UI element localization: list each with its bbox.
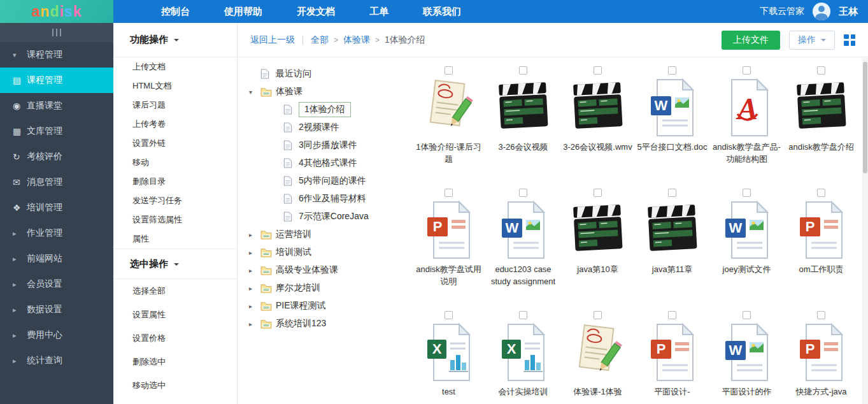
view-toggle-icon[interactable] <box>844 34 855 46</box>
tree-node[interactable]: 最近访问 <box>249 65 402 83</box>
selection-op-item[interactable]: 设置属性 <box>113 303 237 326</box>
tree-node[interactable]: ▸ 高级专业体验课 <box>249 261 402 279</box>
breadcrumb-item[interactable]: >1体验介绍 <box>370 34 425 45</box>
download-cloud-link[interactable]: 下载云管家 <box>760 6 804 17</box>
sidebar-item[interactable]: ↻ 考核评价 <box>0 144 113 170</box>
file-card[interactable]: P om工作职责 <box>784 184 858 302</box>
selection-ops-header[interactable]: 选中操作 <box>113 249 237 279</box>
tree-node[interactable]: ▾ 体验课 <box>249 83 402 101</box>
function-op-item[interactable]: 上传考卷 <box>113 115 237 134</box>
function-op-item[interactable]: 课后习题 <box>113 96 237 115</box>
file-checkbox[interactable] <box>594 66 602 75</box>
file-checkbox[interactable] <box>594 189 602 197</box>
sidebar-item[interactable]: ▸ 作业管理 <box>0 220 113 246</box>
file-card[interactable]: P 平面设计- <box>635 306 709 404</box>
top-menu-item[interactable]: 工单 <box>352 0 406 23</box>
tree-node[interactable]: ▸ 系统培训123 <box>249 315 402 333</box>
file-checkbox[interactable] <box>594 311 602 319</box>
username[interactable]: 王林 <box>839 6 858 18</box>
action-dropdown[interactable]: 操作 <box>789 31 835 50</box>
tree-node[interactable]: ▸ PIE课程测试 <box>249 297 402 315</box>
function-ops-header[interactable]: 功能操作 <box>113 23 237 57</box>
tree-node[interactable]: ▸ 培训测试 <box>249 243 402 261</box>
file-card[interactable]: 体验课-1体验 <box>560 306 635 404</box>
top-menu-item[interactable]: 控制台 <box>144 0 207 23</box>
file-card[interactable]: W educ1203 case study assignment <box>486 184 560 302</box>
function-op-item[interactable]: 上传文档 <box>113 57 237 76</box>
file-card[interactable]: W 5平台接口文档.doc <box>635 61 709 180</box>
top-menu-item[interactable]: 开发文档 <box>280 0 352 23</box>
file-card[interactable]: P 快捷方式-java <box>784 306 858 404</box>
function-op-item[interactable]: 设置筛选属性 <box>113 210 237 229</box>
tree-node[interactable]: 5内带问题的课件 <box>249 172 402 190</box>
file-checkbox[interactable] <box>519 66 527 75</box>
tree-node[interactable]: 4其他格式课件 <box>249 154 402 172</box>
file-card[interactable]: P andisk教学盘试用说明 <box>411 184 486 302</box>
sidebar-item[interactable]: ▾ 课程管理 <box>0 42 113 68</box>
file-checkbox[interactable] <box>743 311 751 319</box>
file-checkbox[interactable] <box>668 311 676 319</box>
sidebar-item[interactable]: ▸ 数据设置 <box>0 297 113 322</box>
tree-node[interactable]: 2视频课件 <box>249 119 402 136</box>
file-checkbox[interactable] <box>817 311 825 319</box>
file-card[interactable]: 1体验介绍-课后习题 <box>411 61 486 180</box>
tree-node[interactable]: ▸ 运营培训 <box>249 226 402 243</box>
file-checkbox[interactable] <box>445 66 453 75</box>
function-op-item[interactable]: 发送学习任务 <box>113 191 237 210</box>
user-avatar[interactable] <box>813 3 830 20</box>
tree-node[interactable]: ▸ 摩尔龙培训 <box>249 279 402 297</box>
sidebar-item[interactable]: ▤ 课程管理 <box>0 68 113 93</box>
top-menu-item[interactable]: 使用帮助 <box>207 0 280 23</box>
selection-op-item[interactable]: 删除选中 <box>113 350 237 373</box>
selection-op-item[interactable]: 设置价格 <box>113 326 237 350</box>
function-op-item[interactable]: 设置外链 <box>113 134 237 153</box>
file-card[interactable]: X 会计实操培训 <box>486 306 560 404</box>
tree-node[interactable]: 1体验介绍 <box>249 101 402 119</box>
tree-node[interactable]: 7示范课CoreJava <box>249 208 402 226</box>
file-checkbox[interactable] <box>743 66 751 75</box>
file-checkbox[interactable] <box>668 189 676 197</box>
file-checkbox[interactable] <box>445 189 453 197</box>
file-card[interactable]: X test <box>411 306 486 404</box>
file-card[interactable]: W joey测试文件 <box>709 184 784 302</box>
sidebar-item[interactable]: ▸ 费用中心 <box>0 322 113 348</box>
breadcrumb-item[interactable]: >全部 <box>311 34 329 45</box>
file-card[interactable]: java第11章 <box>635 184 709 302</box>
top-menu-item[interactable]: 联系我们 <box>406 0 478 23</box>
file-checkbox[interactable] <box>817 66 825 75</box>
file-checkbox[interactable] <box>743 189 751 197</box>
sidebar-item[interactable]: ◉ 直播课堂 <box>0 93 113 119</box>
file-card[interactable]: andisk教学盘介绍 <box>784 61 858 180</box>
tree-node[interactable]: 6作业及辅导材料 <box>249 190 402 208</box>
breadcrumb-item[interactable]: >体验课 <box>329 34 370 45</box>
file-checkbox[interactable] <box>445 311 453 319</box>
tree-node[interactable]: 3同步播放课件 <box>249 136 402 154</box>
sidebar-collapse-handle[interactable] <box>0 23 113 42</box>
selection-op-item[interactable]: 移动选中 <box>113 373 237 397</box>
selection-op-item[interactable]: 选择全部 <box>113 279 237 303</box>
sidebar-item[interactable]: ▸ 统计查询 <box>0 348 113 373</box>
breadcrumb-back-link[interactable]: 返回上一级 <box>250 34 295 46</box>
file-checkbox[interactable] <box>668 66 676 75</box>
sidebar-item[interactable]: ▦ 文库管理 <box>0 119 113 144</box>
function-op-item[interactable]: HTML文档 <box>113 76 237 96</box>
sidebar-item[interactable]: ▸ 前端网站 <box>0 246 113 271</box>
file-checkbox[interactable] <box>519 189 527 197</box>
andisk-logo[interactable]: andisk <box>0 0 113 23</box>
function-op-item[interactable]: 移动 <box>113 153 237 172</box>
upload-file-button[interactable]: 上传文件 <box>722 31 780 50</box>
scrollbar-thumb[interactable] <box>863 62 867 173</box>
file-card[interactable]: A andisk教学盘产品-功能结构图 <box>709 61 784 180</box>
file-card[interactable]: 3-26会议视频 <box>486 61 560 180</box>
file-card[interactable]: java第10章 <box>560 184 635 302</box>
sidebar-item[interactable]: ▸ 会员设置 <box>0 271 113 297</box>
file-checkbox[interactable] <box>817 189 825 197</box>
file-card[interactable]: W 平面设计的作 <box>709 306 784 404</box>
scrollbar[interactable] <box>862 58 868 404</box>
sidebar-item[interactable]: ❖ 培训管理 <box>0 195 113 220</box>
sidebar-item[interactable]: ✉ 消息管理 <box>0 170 113 195</box>
function-op-item[interactable]: 删除目录 <box>113 172 237 191</box>
file-checkbox[interactable] <box>519 311 527 319</box>
function-op-item[interactable]: 属性 <box>113 229 237 249</box>
file-card[interactable]: 3-26会议视频.wmv <box>560 61 635 180</box>
